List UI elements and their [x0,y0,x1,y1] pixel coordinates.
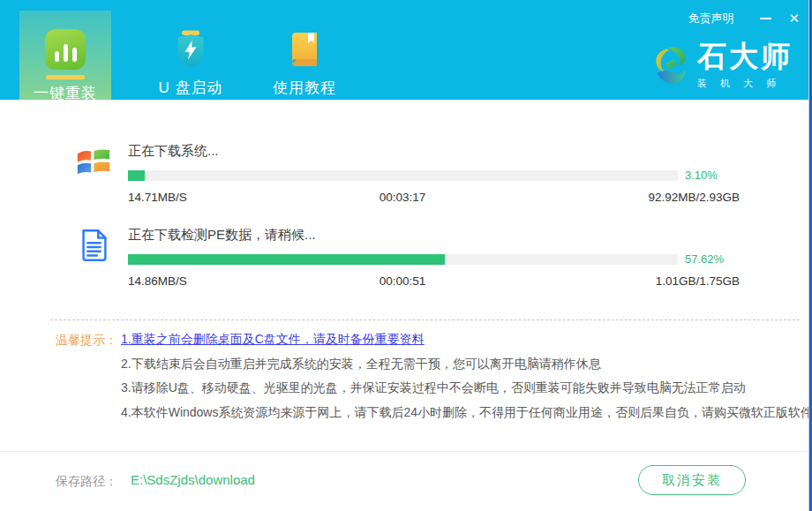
tip-item: 2.下载结束后会自动重启并完成系统的安装，全程无需干预，您可以离开电脑请稍作休息 [121,352,794,377]
download-speed: 14.71MB/S [128,191,187,204]
minimize-icon [760,18,771,19]
active-tab-underline [46,75,85,79]
save-path-label: 保存路径： [56,474,117,490]
brand-logo: 石大师 装 机 大 师 [653,41,793,90]
download-size: 92.92MB/2.93GB [648,191,740,204]
progress-bar-track [128,254,678,265]
tab-label: U 盘启动 [145,78,237,98]
titlebar-controls: 免责声明 ✕ [688,11,800,26]
download-size: 1.01GB/1.75GB [656,274,740,288]
app-window: 一键重装 U 盘启动 [0,0,812,511]
document-icon [75,227,112,264]
progress-percent: 3.10% [685,169,718,182]
download-stats: 14.86MB/S 00:00:51 1.01GB/1.75GB [128,274,740,289]
brand-logo-icon [653,41,688,90]
windows-logo-icon [75,143,112,180]
tip-item: 1.重装之前会删除桌面及C盘文件，请及时备份重要资料 [121,327,794,352]
book-icon [259,29,350,70]
usb-shield-icon [145,29,237,70]
progress-bar-track [128,170,678,181]
tips-title: 温馨提示： [56,333,117,349]
header-bar: 一键重装 U 盘启动 [0,0,812,100]
download-speed: 14.86MB/S [128,274,187,288]
disclaimer-link[interactable]: 免责声明 [688,11,733,26]
tips-list: 1.重装之前会删除桌面及C盘文件，请及时备份重要资料 2.下载结束后会自动重启并… [121,327,794,425]
cancel-install-button[interactable]: 取消安装 [638,465,746,495]
tab-label: 使用教程 [259,78,350,98]
close-button[interactable]: ✕ [788,11,800,26]
download-time-remaining: 00:00:51 [380,274,426,288]
progress-bar-fill [128,254,445,265]
brand-name: 石大师 [697,41,793,71]
tip-item: 4.本软件Windows系统资源均来源于网上，请下载后24小时删除，不得用于任何… [121,401,794,425]
download-time-remaining: 00:03:17 [380,191,426,204]
brand-subtitle: 装 机 大 师 [697,77,793,90]
bar-chart-icon [19,29,111,70]
progress-percent: 57.62% [685,252,724,266]
minimize-button[interactable] [760,11,772,26]
tab-tutorial[interactable]: 使用教程 [259,11,350,100]
save-path-value: E:\SdsZjds\download [131,472,255,487]
download-status-label: 正在下载检测PE数据，请稍候... [128,227,740,243]
progress-bar-fill [128,170,145,181]
dashed-divider [50,319,800,320]
tab-one-key-reinstall[interactable]: 一键重装 [19,11,111,100]
tab-label: 一键重装 [19,83,111,103]
footer-divider [0,451,808,452]
tab-usb-boot[interactable]: U 盘启动 [145,11,237,100]
download-status-label: 正在下载系统... [128,143,740,159]
tip-item: 3.请移除U盘、移动硬盘、光驱里的光盘，并保证安装过程中不会断电，否则重装可能失… [121,376,794,401]
download-stats: 14.71MB/S 00:03:17 92.92MB/2.93GB [128,191,740,205]
